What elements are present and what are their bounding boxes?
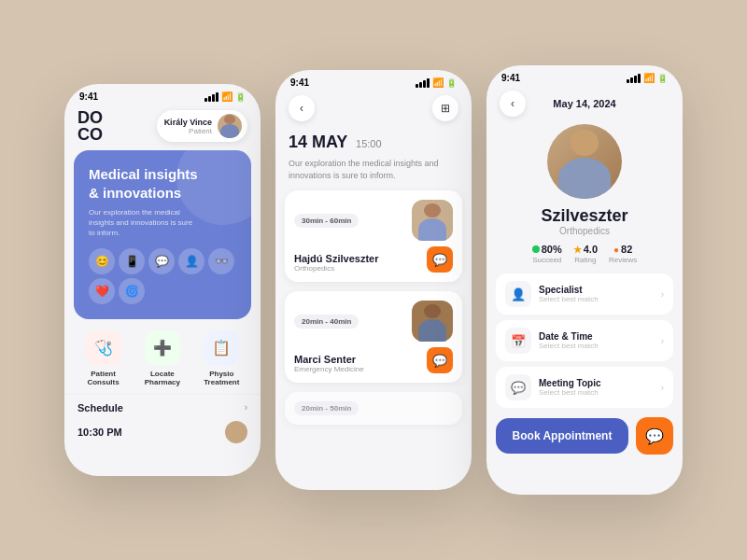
succeed-dot bbox=[532, 245, 540, 253]
hero-icon-face: 😊 bbox=[89, 248, 115, 274]
meeting-topic-text: Meeting Topic Select best match bbox=[539, 378, 654, 397]
mid-time: 15:00 bbox=[356, 138, 382, 149]
status-time-left: 9:41 bbox=[79, 91, 98, 102]
doctor-avatar-1 bbox=[412, 200, 453, 241]
specialist-icon: 👤 bbox=[505, 281, 531, 307]
datetime-text: Date & Time Select best match bbox=[539, 331, 654, 350]
quick-action-physio[interactable]: 📋 PhysioTreatment bbox=[204, 330, 239, 386]
option-specialist[interactable]: 👤 Specialist Select best match › bbox=[496, 273, 673, 315]
user-role: Patient bbox=[164, 127, 212, 135]
doctor-card-3-top: 20min - 50min bbox=[294, 401, 453, 415]
specialist-text: Specialist Select best match bbox=[539, 285, 654, 303]
doctor-card-1-bottom: Hajdú Szilveszter Orthopedics 💬 bbox=[294, 246, 453, 273]
chat-fab-button[interactable]: 💬 bbox=[636, 417, 673, 455]
schedule-row[interactable]: Schedule › bbox=[64, 394, 261, 417]
doctor-card-2-bottom: Marci Senter Emergency Medicine 💬 bbox=[294, 347, 453, 373]
duration-badge-1: 30min - 60min bbox=[294, 214, 359, 228]
stat-succeed: 80% Succeed bbox=[532, 244, 562, 264]
consults-icon: 🩺 bbox=[86, 330, 121, 366]
rating-value: ★ 4.0 bbox=[573, 244, 598, 255]
battery-icon: 🔋 bbox=[235, 92, 246, 102]
battery-icon-right: 🔋 bbox=[657, 74, 668, 83]
doctor-card-3[interactable]: 20min - 50min bbox=[285, 392, 462, 425]
schedule-time-row: 10:30 PM bbox=[64, 417, 261, 447]
options-list: 👤 Specialist Select best match › 📅 Date … bbox=[486, 273, 683, 408]
meeting-topic-sub: Select best match bbox=[539, 388, 654, 397]
phone-left: 9:41 📶 🔋 DO CO Király Vince Patient bbox=[64, 84, 261, 476]
status-icons-middle: 📶 🔋 bbox=[416, 77, 457, 88]
meeting-topic-title: Meeting Topic bbox=[539, 378, 654, 388]
doctor-profile-image bbox=[547, 124, 622, 199]
duration-badge-3: 20min - 50min bbox=[294, 401, 359, 415]
hero-icon-swirl: 🌀 bbox=[119, 278, 145, 304]
phone-right: 9:41 📶 🔋 ‹ May 14, 2024 Szilveszter Orth… bbox=[486, 65, 683, 495]
star-icon: ★ bbox=[573, 245, 582, 255]
doctor-name-2: Marci Senter bbox=[294, 354, 364, 365]
pharmacy-icon: ➕ bbox=[145, 330, 180, 366]
chat-button-1[interactable]: 💬 bbox=[427, 246, 453, 273]
hero-icon-person: 👤 bbox=[178, 248, 204, 274]
user-chip-info: Király Vince Patient bbox=[164, 118, 212, 135]
schedule-time-text: 10:30 PM bbox=[78, 427, 122, 438]
doctor-name-1: Hajdú Szilveszter bbox=[294, 253, 378, 264]
doctor-card-2[interactable]: 20min - 40min Marci Senter Emergency Med… bbox=[285, 291, 462, 383]
mid-description: Our exploration the medical insights and… bbox=[275, 154, 472, 190]
doctor-spec-1: Orthopedics bbox=[294, 264, 378, 273]
option-datetime[interactable]: 📅 Date & Time Select best match › bbox=[496, 320, 673, 361]
pharmacy-label: LocatePharmacy bbox=[145, 370, 180, 386]
hero-icon-phone: 📱 bbox=[119, 248, 145, 274]
hero-description: Our exploration the medical insights and… bbox=[89, 207, 201, 239]
hero-title: Medical insights & innovations bbox=[89, 165, 210, 202]
doctor-avatar-2 bbox=[412, 301, 453, 342]
hero-icons: 😊 📱 💬 👤 👓 ❤️ 🌀 bbox=[89, 248, 236, 304]
doctor-card-2-top: 20min - 40min bbox=[294, 301, 453, 342]
succeed-label: Succeed bbox=[532, 256, 561, 264]
doctor-profile-specialty: Orthopedics bbox=[486, 226, 683, 236]
hero-banner: Medical insights & innovations Our explo… bbox=[74, 150, 251, 319]
schedule-avatar bbox=[225, 421, 247, 443]
mid-nav: ‹ ⊞ bbox=[275, 91, 472, 129]
back-button[interactable]: ‹ bbox=[289, 95, 315, 121]
chat-button-2[interactable]: 💬 bbox=[427, 347, 453, 373]
quick-action-pharmacy[interactable]: ➕ LocatePharmacy bbox=[145, 330, 180, 386]
quick-action-consults[interactable]: 🩺 PatientConsults bbox=[86, 330, 121, 386]
status-bar-left: 9:41 📶 🔋 bbox=[64, 84, 261, 105]
wifi-icon-right: 📶 bbox=[643, 73, 655, 83]
user-chip[interactable]: Király Vince Patient bbox=[157, 110, 247, 142]
quick-actions: 🩺 PatientConsults ➕ LocatePharmacy 📋 Phy… bbox=[64, 319, 261, 394]
right-date: May 14, 2024 bbox=[553, 98, 615, 109]
doctor-spec-2: Emergency Medicine bbox=[294, 365, 364, 373]
left-header: DO CO Király Vince Patient bbox=[64, 105, 261, 150]
doctor-card-1[interactable]: 30min - 60min Hajdú Szilveszter Orthoped… bbox=[285, 190, 462, 282]
book-appointment-button[interactable]: Book Appointment bbox=[496, 418, 628, 454]
reviews-icon: ● bbox=[613, 245, 619, 255]
mid-date: 14 MAY 15:00 bbox=[275, 129, 472, 154]
wifi-icon: 📶 bbox=[221, 91, 233, 102]
user-name: Király Vince bbox=[164, 118, 212, 127]
reviews-label: Reviews bbox=[609, 256, 637, 264]
filter-button[interactable]: ⊞ bbox=[432, 95, 458, 121]
hero-icon-chat: 💬 bbox=[148, 248, 175, 274]
consults-label: PatientConsults bbox=[87, 370, 119, 386]
meeting-topic-arrow-icon: › bbox=[661, 383, 664, 393]
specialist-sub: Select best match bbox=[539, 295, 654, 303]
stat-reviews: ● 82 Reviews bbox=[609, 244, 637, 264]
physio-icon: 📋 bbox=[204, 330, 239, 366]
option-meeting-topic[interactable]: 💬 Meeting Topic Select best match › bbox=[496, 367, 673, 408]
phone-middle: 9:41 📶 🔋 ‹ ⊞ 14 MAY 15:00 Our exploratio… bbox=[275, 70, 472, 490]
doctor-card-1-top: 30min - 60min bbox=[294, 200, 453, 241]
avatar bbox=[218, 114, 242, 138]
physio-label: PhysioTreatment bbox=[204, 370, 239, 386]
hero-icon-heart: ❤️ bbox=[89, 278, 115, 304]
back-button-right[interactable]: ‹ bbox=[500, 91, 526, 117]
status-time-middle: 9:41 bbox=[290, 77, 309, 88]
stat-rating: ★ 4.0 Rating bbox=[573, 244, 598, 264]
meeting-topic-icon: 💬 bbox=[505, 374, 531, 400]
rating-label: Rating bbox=[574, 256, 596, 264]
doctor-info-1: Hajdú Szilveszter Orthopedics bbox=[294, 253, 378, 273]
status-icons-right: 📶 🔋 bbox=[627, 73, 668, 83]
signal-icon-mid bbox=[416, 78, 430, 88]
battery-icon-mid: 🔋 bbox=[446, 78, 457, 88]
datetime-icon: 📅 bbox=[505, 328, 531, 354]
status-icons-left: 📶 🔋 bbox=[204, 91, 246, 102]
